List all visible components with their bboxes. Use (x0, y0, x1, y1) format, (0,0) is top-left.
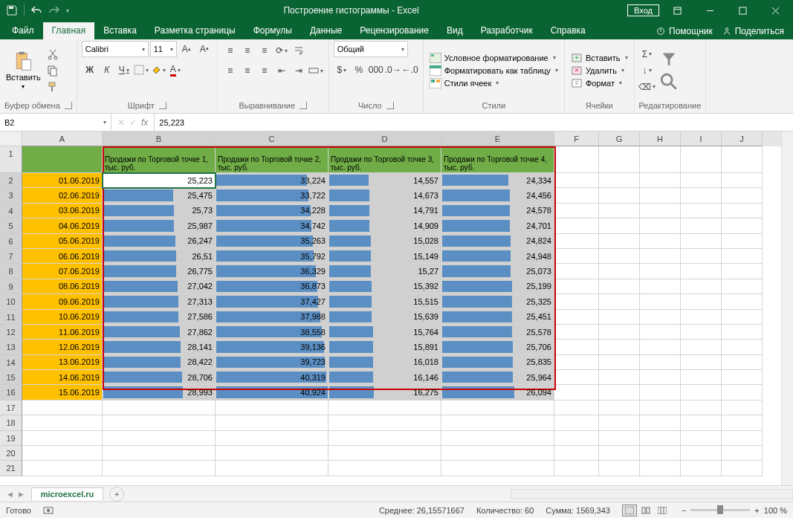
cell-I20[interactable] (681, 446, 722, 461)
tab-review[interactable]: Рецензирование (351, 22, 438, 39)
cell-G3[interactable] (599, 188, 640, 203)
column-header-D[interactable]: D (328, 132, 441, 146)
cell-I1[interactable] (681, 146, 722, 173)
cell-C2[interactable]: 33,224 (216, 173, 328, 188)
cell-D4[interactable]: 14,791 (328, 204, 441, 218)
cell-C20[interactable] (216, 446, 328, 461)
percent-icon[interactable]: % (351, 62, 367, 77)
cell-I17[interactable] (681, 400, 722, 415)
cell-I7[interactable] (681, 249, 722, 264)
cell-G8[interactable] (599, 264, 640, 279)
cell-I12[interactable] (681, 325, 722, 340)
cell-C18[interactable] (216, 415, 328, 430)
cell-F4[interactable] (554, 204, 599, 218)
clear-icon[interactable]: ⌫ (639, 80, 656, 94)
cell-F9[interactable] (554, 279, 599, 294)
cell-B4[interactable]: 25,73 (103, 204, 216, 218)
align-middle-icon[interactable]: ≡ (239, 43, 256, 58)
shrink-font-icon[interactable]: A▾ (196, 42, 213, 56)
cell-H1[interactable] (640, 146, 681, 173)
merge-icon[interactable] (308, 63, 324, 78)
cell-F3[interactable] (554, 188, 599, 203)
cell-I21[interactable] (681, 461, 722, 476)
maximize-icon[interactable] (728, 0, 757, 21)
cell-I4[interactable] (681, 204, 722, 218)
cell-F2[interactable] (554, 173, 599, 188)
cell-A12[interactable]: 11.06.2019 (22, 325, 103, 340)
cell-H12[interactable] (640, 325, 681, 340)
sheet-tab-active[interactable]: microexcel.ru (31, 487, 104, 500)
minimize-icon[interactable] (695, 0, 725, 21)
cell-H18[interactable] (640, 415, 681, 430)
cell-C16[interactable]: 40,924 (216, 385, 328, 400)
cell-A8[interactable]: 07.06.2019 (22, 264, 103, 279)
cell-J1[interactable] (722, 146, 763, 173)
cell-D13[interactable]: 15,891 (328, 340, 441, 354)
view-pagebreak-icon[interactable] (655, 505, 670, 516)
cell-D17[interactable] (328, 400, 441, 415)
cell-J13[interactable] (722, 340, 763, 354)
cell-D1[interactable]: Продажи по Торговой точке 3, тыс. руб. (328, 146, 441, 173)
cell-F13[interactable] (554, 340, 599, 354)
cell-I6[interactable] (681, 234, 722, 249)
row-header-11[interactable]: 11 (0, 310, 22, 325)
conditional-format-button[interactable]: Условное форматирование (428, 52, 560, 64)
cell-A4[interactable]: 03.06.2019 (22, 204, 103, 218)
column-header-A[interactable]: A (22, 132, 103, 146)
tab-file[interactable]: Файл (3, 22, 43, 39)
cell-J21[interactable] (722, 461, 763, 476)
cell-B13[interactable]: 28,141 (103, 340, 216, 354)
row-header-19[interactable]: 19 (0, 431, 22, 446)
cell-C14[interactable]: 39,723 (216, 355, 328, 370)
cell-H17[interactable] (640, 400, 681, 415)
cell-F17[interactable] (554, 400, 599, 415)
cell-I9[interactable] (681, 279, 722, 294)
cell-E7[interactable]: 24,948 (441, 249, 554, 264)
row-header-12[interactable]: 12 (0, 325, 22, 340)
cell-F20[interactable] (554, 446, 599, 461)
cell-D19[interactable] (328, 431, 441, 446)
cell-A6[interactable]: 05.06.2019 (22, 234, 103, 249)
cell-E15[interactable]: 25,964 (441, 370, 554, 385)
font-color-icon[interactable]: A (167, 62, 184, 77)
row-header-5[interactable]: 5 (0, 218, 22, 233)
cell-J10[interactable] (722, 294, 763, 309)
cell-H7[interactable] (640, 249, 681, 264)
name-box[interactable]: B2 (0, 114, 111, 131)
fill-color-icon[interactable] (150, 62, 166, 77)
tab-data[interactable]: Данные (301, 22, 351, 39)
row-header-13[interactable]: 13 (0, 340, 22, 354)
cell-D12[interactable]: 15,764 (328, 325, 441, 340)
cell-F14[interactable] (554, 355, 599, 370)
cell-F7[interactable] (554, 249, 599, 264)
increase-indent-icon[interactable]: ⇥ (291, 63, 307, 78)
font-name-select[interactable]: Calibri (82, 41, 149, 57)
formula-input[interactable]: 25,223 (155, 118, 793, 127)
column-header-F[interactable]: F (554, 132, 599, 146)
cell-I2[interactable] (681, 173, 722, 188)
cell-F5[interactable] (554, 218, 599, 233)
wrap-text-icon[interactable] (291, 43, 307, 58)
cell-H15[interactable] (640, 370, 681, 385)
cell-G16[interactable] (599, 385, 640, 400)
cell-C15[interactable]: 40,319 (216, 370, 328, 385)
cell-D18[interactable] (328, 415, 441, 430)
cell-J9[interactable] (722, 279, 763, 294)
cell-H8[interactable] (640, 264, 681, 279)
cell-I13[interactable] (681, 340, 722, 354)
cell-C1[interactable]: Продажи по Торговой точке 2, тыс. руб. (216, 146, 328, 173)
underline-button[interactable]: Ч (116, 62, 132, 77)
cell-E12[interactable]: 25,578 (441, 325, 554, 340)
number-launcher[interactable] (386, 102, 394, 109)
cell-J19[interactable] (722, 431, 763, 446)
cell-C5[interactable]: 34,742 (216, 218, 328, 233)
cell-B8[interactable]: 26,775 (103, 264, 216, 279)
cell-J7[interactable] (722, 249, 763, 264)
cell-J14[interactable] (722, 355, 763, 370)
tab-formulas[interactable]: Формулы (245, 22, 301, 39)
cell-D6[interactable]: 15,028 (328, 234, 441, 249)
cell-A15[interactable]: 14.06.2019 (22, 370, 103, 385)
redo-icon[interactable] (48, 4, 60, 16)
cell-H10[interactable] (640, 294, 681, 309)
align-right-icon[interactable]: ≡ (256, 63, 273, 78)
